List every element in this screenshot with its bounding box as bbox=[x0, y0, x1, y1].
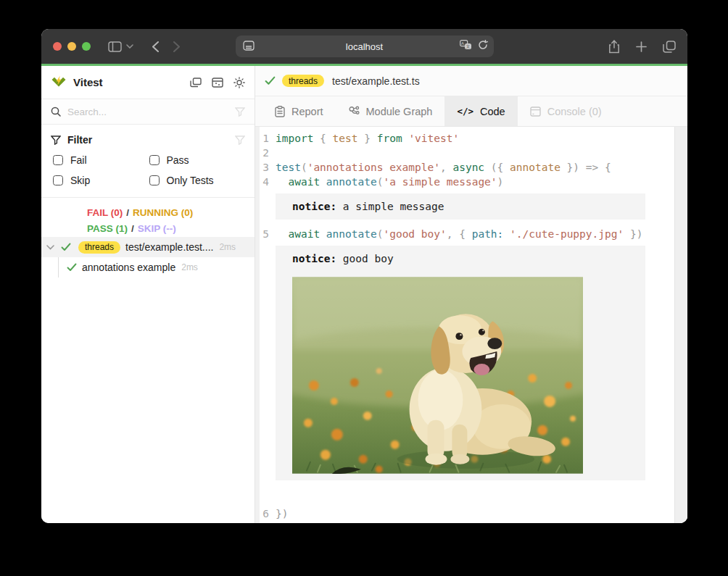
sidebar-icon bbox=[108, 41, 122, 52]
code-line: 2 bbox=[255, 146, 674, 160]
back-button[interactable] bbox=[152, 41, 159, 52]
gutter-strip bbox=[255, 127, 260, 523]
sidebar-menu-chevron[interactable] bbox=[126, 44, 133, 49]
main-panel: threads test/example.test.ts Report Modu… bbox=[255, 66, 687, 523]
annotation-notice: notice: good boy bbox=[276, 246, 645, 480]
test-tree: threads test/example.test.... 2ms annota… bbox=[41, 237, 255, 277]
test-duration: 2ms bbox=[181, 262, 198, 272]
dashboard-icon bbox=[212, 78, 223, 88]
close-window-button[interactable] bbox=[53, 42, 62, 51]
reload-icon[interactable] bbox=[478, 40, 488, 50]
search-input[interactable] bbox=[67, 107, 235, 117]
sun-icon bbox=[233, 77, 245, 88]
minimize-window-button[interactable] bbox=[67, 42, 76, 51]
code-line: 1import { test } from 'vitest' bbox=[255, 131, 674, 146]
skip-count: SKIP (--) bbox=[138, 223, 176, 234]
code-viewer: 1import { test } from 'vitest'23test('an… bbox=[255, 127, 687, 523]
filter-funnel-icon bbox=[51, 135, 61, 145]
filter-title: Filter bbox=[67, 134, 92, 146]
pass-check-icon bbox=[61, 243, 71, 251]
code-line: 4 await annotate('a simple message') bbox=[255, 175, 674, 189]
report-icon bbox=[275, 106, 285, 117]
code-lines: 1import { test } from 'vitest'23test('an… bbox=[255, 131, 674, 523]
tab-overview-button[interactable] bbox=[663, 41, 676, 53]
annotation-notice: notice: a simple message bbox=[276, 193, 645, 220]
search-icon bbox=[51, 107, 61, 117]
tab-overview-icon bbox=[663, 41, 676, 53]
test-case-name: annotations example bbox=[82, 262, 175, 273]
view-tabs: Report Module Graph </> Code Console (0) bbox=[255, 96, 687, 127]
browser-titlebar: localhost A文 bbox=[41, 29, 687, 64]
browser-window: localhost A文 bbox=[41, 29, 687, 523]
code-line: 7 bbox=[255, 521, 674, 523]
checkbox-fail[interactable] bbox=[53, 155, 63, 165]
filter-section: Filter Fail Pass Skip Only Tests bbox=[41, 125, 255, 198]
clear-filter-icon[interactable] bbox=[235, 135, 245, 145]
checkbox-only-tests-label: Only Tests bbox=[167, 175, 214, 186]
vertical-scrollbar[interactable] bbox=[674, 127, 687, 523]
theme-toggle-button[interactable] bbox=[233, 77, 245, 88]
app-title: Vitest bbox=[73, 76, 103, 88]
share-icon bbox=[608, 40, 620, 54]
clear-search-filter-icon[interactable] bbox=[235, 107, 245, 117]
traffic-lights bbox=[53, 42, 91, 51]
code-line: 6}) bbox=[255, 506, 674, 521]
test-file-name: test/example.test.... bbox=[125, 241, 213, 253]
pool-badge: threads bbox=[78, 241, 120, 254]
tab-code[interactable]: </> Code bbox=[444, 96, 517, 126]
vitest-sidebar: Vitest bbox=[41, 66, 255, 523]
fail-count: FAIL (0) bbox=[87, 207, 123, 218]
file-header: threads test/example.test.ts bbox=[255, 66, 687, 96]
back-icon bbox=[152, 41, 159, 52]
checkbox-pass[interactable] bbox=[149, 155, 160, 165]
search-bar bbox=[41, 99, 255, 125]
dashboard-button[interactable] bbox=[212, 78, 223, 88]
code-line: 3test('annotations example', async ({ an… bbox=[255, 160, 674, 175]
notice-text: notice: a simple message bbox=[292, 200, 645, 213]
tree-row-test-file[interactable]: threads test/example.test.... 2ms bbox=[41, 237, 255, 257]
checkbox-only-tests[interactable] bbox=[149, 175, 160, 185]
tab-report[interactable]: Report bbox=[262, 96, 336, 126]
share-button[interactable] bbox=[608, 40, 620, 54]
plus-icon bbox=[636, 41, 647, 52]
chevron-down-icon bbox=[126, 44, 133, 49]
chevron-down-icon[interactable] bbox=[46, 245, 54, 250]
forward-icon bbox=[173, 41, 180, 52]
pass-count: PASS (1) bbox=[87, 223, 128, 234]
svg-text:A: A bbox=[460, 41, 463, 46]
forward-button[interactable] bbox=[173, 41, 180, 52]
windows-icon bbox=[190, 78, 202, 88]
checkbox-pass-label: Pass bbox=[167, 154, 189, 166]
tree-row-test-case[interactable]: annotations example 2ms bbox=[41, 257, 255, 277]
reader-icon bbox=[243, 41, 255, 51]
vitest-logo bbox=[51, 75, 67, 90]
tab-console[interactable]: Console (0) bbox=[518, 96, 614, 126]
url-text: localhost bbox=[236, 41, 494, 52]
test-duration: 2ms bbox=[219, 242, 236, 252]
checkbox-skip[interactable] bbox=[53, 175, 63, 185]
pass-check-icon bbox=[265, 76, 276, 85]
code-icon: </> bbox=[457, 106, 473, 117]
running-count: RUNNING (0) bbox=[133, 207, 193, 218]
svg-text:文: 文 bbox=[466, 44, 470, 49]
tab-module-graph[interactable]: Module Graph bbox=[336, 96, 445, 126]
module-graph-icon bbox=[348, 106, 360, 117]
notice-text: notice: good boy bbox=[292, 252, 645, 265]
collapse-windows-button[interactable] bbox=[190, 78, 202, 88]
file-path: test/example.test.ts bbox=[332, 75, 420, 87]
console-icon bbox=[530, 107, 541, 117]
checkbox-fail-label: Fail bbox=[70, 154, 87, 166]
checkbox-skip-label: Skip bbox=[70, 175, 90, 186]
zoom-window-button[interactable] bbox=[82, 42, 91, 51]
run-summary: FAIL (0)/RUNNING (0) PASS (1)/SKIP (--) bbox=[41, 198, 255, 237]
tree-indent-guide bbox=[58, 257, 59, 277]
pass-check-icon bbox=[67, 263, 77, 272]
sidebar-header: Vitest bbox=[41, 66, 255, 99]
translate-icon[interactable]: A文 bbox=[460, 40, 472, 50]
pool-badge: threads bbox=[282, 75, 324, 87]
address-bar[interactable]: localhost A文 bbox=[236, 36, 494, 57]
sidebar-toggle-button[interactable] bbox=[108, 41, 122, 52]
puppy-image bbox=[292, 277, 583, 474]
code-line: 5 await annotate('good boy', { path: './… bbox=[255, 227, 674, 241]
new-tab-button[interactable] bbox=[636, 41, 647, 52]
